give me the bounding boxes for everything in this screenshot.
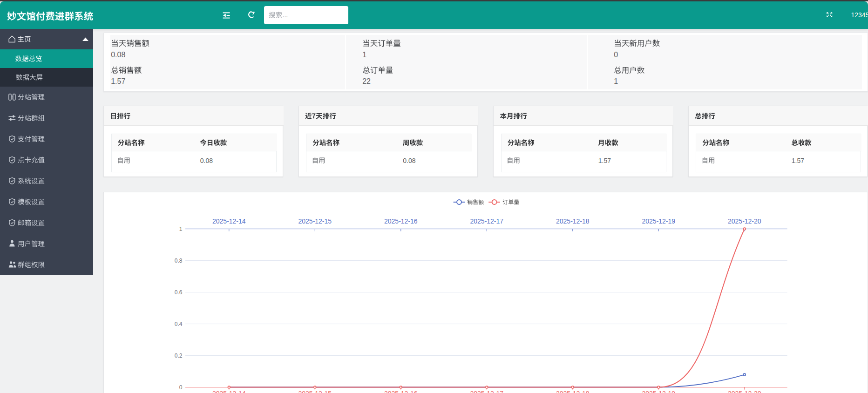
svg-text:2025-12-14: 2025-12-14 — [212, 390, 246, 393]
svg-text:0: 0 — [179, 384, 183, 391]
svg-text:1: 1 — [362, 51, 366, 59]
svg-text:2025-12-18: 2025-12-18 — [556, 390, 590, 393]
svg-text:2025-12-15: 2025-12-15 — [298, 390, 332, 393]
svg-text:0.2: 0.2 — [175, 352, 183, 359]
svg-text:0.6: 0.6 — [175, 289, 183, 296]
svg-text:2025-12-20: 2025-12-20 — [728, 390, 761, 393]
svg-text:2025-12-18: 2025-12-18 — [556, 217, 590, 225]
svg-text:1: 1 — [179, 226, 183, 232]
svg-text:2025-12-19: 2025-12-19 — [642, 390, 675, 393]
svg-text:0.08: 0.08 — [200, 157, 213, 164]
svg-text:2025-12-15: 2025-12-15 — [298, 217, 332, 225]
svg-text:22: 22 — [362, 77, 371, 85]
svg-text:0.08: 0.08 — [403, 157, 415, 164]
svg-text:0.4: 0.4 — [175, 321, 183, 327]
svg-text:1.57: 1.57 — [792, 157, 804, 164]
svg-text:2025-12-20: 2025-12-20 — [728, 217, 761, 225]
svg-text:1.57: 1.57 — [111, 77, 125, 85]
svg-text:0.8: 0.8 — [175, 257, 183, 264]
svg-text:1: 1 — [614, 77, 618, 85]
svg-text:2025-12-17: 2025-12-17 — [470, 217, 503, 225]
svg-text:0: 0 — [614, 51, 618, 59]
svg-text:2025-12-14: 2025-12-14 — [212, 217, 246, 225]
svg-text:123456789: 123456789 — [851, 11, 868, 19]
svg-text:1.57: 1.57 — [598, 157, 611, 164]
svg-text:...: ... — [283, 11, 288, 19]
svg-text:2025-12-16: 2025-12-16 — [384, 217, 418, 225]
svg-text:0.08: 0.08 — [111, 51, 125, 59]
svg-text:2025-12-17: 2025-12-17 — [470, 390, 503, 393]
svg-text:2025-12-19: 2025-12-19 — [642, 217, 675, 225]
svg-text:2025-12-16: 2025-12-16 — [384, 390, 418, 393]
